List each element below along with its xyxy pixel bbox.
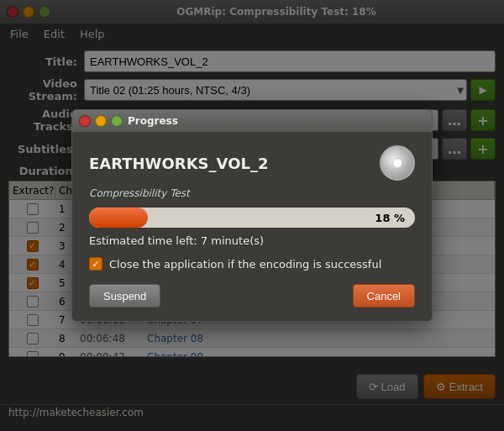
close-checkbox-row: Close the application if the encoding is… xyxy=(89,257,415,271)
modal-buttons: Suspend Cancel xyxy=(89,284,415,307)
progress-dialog: Progress EARTHWORKS_VOL_2 Compressibilit… xyxy=(71,109,433,322)
modal-window-controls xyxy=(79,115,123,127)
modal-body: EARTHWORKS_VOL_2 Compressibility Test 18… xyxy=(72,132,432,321)
modal-maximize-button[interactable] xyxy=(111,115,123,127)
progress-bar-fill xyxy=(89,208,148,228)
modal-minimize-button[interactable] xyxy=(95,115,107,127)
close-checkbox-label: Close the application if the encoding is… xyxy=(109,258,381,271)
progress-text: 18 % xyxy=(375,212,405,224)
dvd-icon xyxy=(380,145,415,181)
modal-title-bar: Progress xyxy=(72,110,432,132)
modal-close-button[interactable] xyxy=(79,115,91,127)
modal-title: Progress xyxy=(128,115,178,127)
time-left-text: Estimated time left: 7 minute(s) xyxy=(89,234,415,247)
modal-main-title: EARTHWORKS_VOL_2 xyxy=(89,155,268,172)
modal-header-row: EARTHWORKS_VOL_2 xyxy=(89,145,415,181)
modal-subtitle: Compressibility Test xyxy=(89,187,415,199)
progress-bar-container: 18 % xyxy=(89,208,415,228)
close-checkbox[interactable] xyxy=(89,257,102,271)
modal-overlay: Progress EARTHWORKS_VOL_2 Compressibilit… xyxy=(0,0,504,431)
cancel-button[interactable]: Cancel xyxy=(353,284,415,307)
suspend-button[interactable]: Suspend xyxy=(89,284,160,307)
